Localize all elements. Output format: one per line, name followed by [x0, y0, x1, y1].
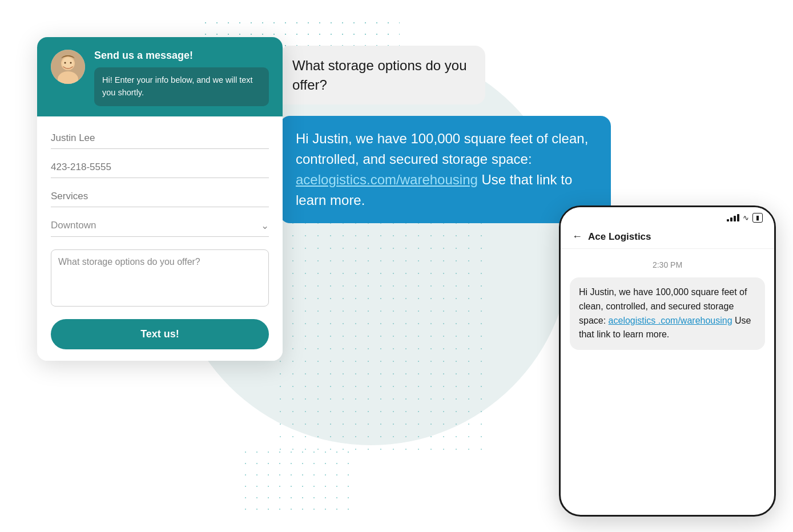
phone-header: ← Ace Logistics: [561, 226, 774, 249]
svg-point-5: [70, 62, 72, 64]
message-timestamp: 2:30 PM: [570, 260, 765, 269]
chat-header-content: Send us a message! Hi! Enter your info b…: [94, 50, 269, 106]
chat-header-title: Send us a message!: [94, 50, 269, 62]
phone-status-bar: ∿ ▮: [561, 207, 774, 226]
chat-widget-header: Send us a message! Hi! Enter your info b…: [37, 37, 283, 116]
phone-field[interactable]: [51, 162, 269, 178]
chat-header-message: Hi! Enter your info below, and we will t…: [102, 75, 253, 97]
svg-point-4: [65, 62, 66, 64]
received-message: What storage options do you offer?: [292, 58, 467, 92]
phone-input[interactable]: [51, 162, 269, 173]
chevron-down-icon: ⌄: [261, 220, 269, 232]
battery-icon: ▮: [752, 213, 763, 223]
message-field[interactable]: [51, 249, 269, 307]
signal-icon: [727, 214, 739, 221]
services-field[interactable]: [51, 191, 269, 207]
sent-bubble-link[interactable]: acelogistics.com/warehousing: [296, 172, 478, 187]
sms-chat-area: What storage options do you offer? Hi Ju…: [280, 46, 611, 223]
chat-widget-body: Downtown ⌄ Text us!: [37, 116, 283, 361]
name-input[interactable]: [51, 132, 269, 144]
dot-pattern-bottom-right: [240, 446, 354, 515]
services-input[interactable]: [51, 191, 269, 202]
chat-widget: Send us a message! Hi! Enter your info b…: [37, 37, 283, 361]
phone-message-bubble: Hi Justin, we have 100,000 square feet o…: [570, 277, 765, 350]
received-bubble: What storage options do you offer?: [280, 46, 485, 104]
name-field[interactable]: [51, 132, 269, 149]
submit-button[interactable]: Text us!: [51, 319, 269, 349]
location-select[interactable]: Downtown ⌄: [51, 220, 269, 237]
sent-bubble: Hi Justin, we have 100,000 square feet o…: [280, 116, 611, 223]
phone-body: 2:30 PM Hi Justin, we have 100,000 squar…: [561, 249, 774, 361]
back-arrow-icon[interactable]: ←: [572, 231, 582, 243]
message-input[interactable]: [58, 257, 261, 297]
contact-name: Ace Logistics: [588, 231, 651, 243]
phone-bubble-link[interactable]: acelogistics .com/warehousing: [609, 316, 732, 325]
chat-header-bubble: Hi! Enter your info below, and we will t…: [94, 67, 269, 106]
avatar: [51, 50, 85, 84]
location-value: Downtown: [51, 220, 96, 231]
dot-pattern-mid: [274, 217, 491, 457]
wifi-icon: ∿: [743, 213, 749, 222]
phone-mockup: ∿ ▮ ← Ace Logistics 2:30 PM Hi Justin, w…: [559, 205, 776, 517]
